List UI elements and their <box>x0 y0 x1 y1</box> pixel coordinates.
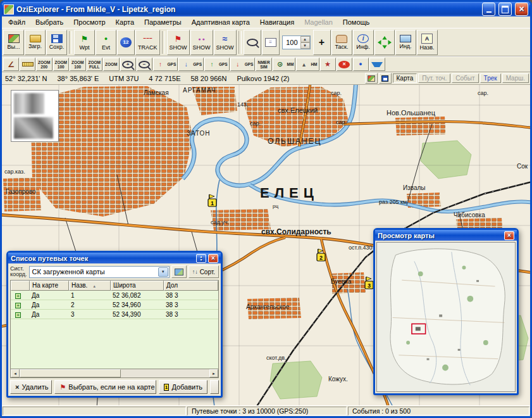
column-header-0[interactable] <box>11 281 30 291</box>
map-label: Буевка <box>331 278 352 285</box>
show-tracks-button[interactable]: SHOW <box>214 30 237 55</box>
gps-send-tracks-button[interactable]: GPS <box>204 58 230 71</box>
magnify-out-button[interactable] <box>137 58 152 71</box>
record-button[interactable] <box>353 58 369 71</box>
menu-navigation[interactable]: Навигация <box>255 17 299 27</box>
event-create-button[interactable]: Evt <box>96 30 116 55</box>
menu-map[interactable]: Карта <box>111 17 139 27</box>
filter-button[interactable] <box>369 58 385 71</box>
clipped-button[interactable] <box>210 380 219 394</box>
show-waypoints-button[interactable]: SHOW <box>167 30 190 55</box>
nmea-simulation-button[interactable]: NMER SIM <box>256 58 271 71</box>
scroll-right-arrow[interactable]: ► <box>209 369 218 377</box>
stop-button[interactable] <box>337 58 352 71</box>
zoom-full-button[interactable]: ZOOM FULL <box>87 58 103 71</box>
nm-mode-button[interactable]: НМ <box>296 58 319 71</box>
magnify-in-button[interactable] <box>120 58 136 71</box>
pan-map-button[interactable] <box>374 30 395 55</box>
map-image-button[interactable] <box>365 73 378 84</box>
horizontal-scrollbar[interactable]: ◄ ► <box>11 369 218 377</box>
row-icon-cell <box>11 311 30 318</box>
tab-track[interactable]: Трек <box>480 73 501 83</box>
maximize-button[interactable] <box>498 3 512 16</box>
zoom-100-button[interactable]: ZOOM 100 <box>53 58 70 71</box>
menu-options[interactable]: Параметры <box>139 17 187 27</box>
waypoint-window-close-button[interactable]: × <box>208 254 218 263</box>
point-count-button[interactable] <box>117 30 135 55</box>
column-header-4[interactable]: Дол <box>164 281 218 291</box>
measure-distance-button[interactable] <box>20 58 35 71</box>
gps-get-waypoints-button[interactable]: GPS <box>178 58 204 71</box>
waypoint-flag-icon <box>79 34 90 44</box>
menu-view[interactable]: Просмотр <box>68 17 110 27</box>
tab-waypoints[interactable]: Пут. точ. <box>418 73 450 83</box>
zoom-window-button[interactable] <box>244 30 261 55</box>
preview-window-close-button[interactable]: × <box>504 231 514 240</box>
menu-file[interactable]: Файл <box>3 17 30 27</box>
picture-icon <box>175 269 183 276</box>
waypoint-window-titlebar[interactable]: Список путевых точек ▲▼ × <box>8 253 221 263</box>
map-preview-window: Просмотр карты × <box>373 228 519 395</box>
scroll-left-arrow[interactable]: ◄ <box>11 369 20 377</box>
zoom-set-button[interactable]: ZOOM <box>103 58 120 71</box>
position-anchor-button[interactable] <box>313 30 331 55</box>
tab-events[interactable]: Событ <box>452 73 478 83</box>
track-control-button[interactable]: TRACK <box>135 30 160 55</box>
scrollbar-track[interactable] <box>121 369 209 377</box>
rollup-button[interactable]: ▲▼ <box>196 254 206 263</box>
coord-system-select[interactable]: СК загруженной карты <box>29 266 170 278</box>
zoom-spinner-down[interactable] <box>300 42 310 49</box>
latitude-readout: 52° 32,231' N <box>5 75 47 82</box>
minimize-button[interactable] <box>482 3 495 16</box>
waypoint-row[interactable]: Да352 34,39038 3 <box>11 310 218 319</box>
map-select-icon <box>8 34 20 43</box>
zoom-spinner-up[interactable] <box>300 36 310 42</box>
waypoint-row[interactable]: Да152 36,08238 3 <box>11 291 218 300</box>
map-picture-button[interactable] <box>171 265 187 278</box>
column-header-1[interactable]: На карте <box>30 281 69 291</box>
close-button[interactable] <box>515 3 528 16</box>
overview-map[interactable] <box>376 242 516 392</box>
save-button[interactable]: Сохр. <box>46 30 67 55</box>
zoom-100-alt-button[interactable]: ZOOM 100 <box>70 58 86 71</box>
name-search-button[interactable]: Назв. <box>417 30 438 55</box>
map-properties-button[interactable] <box>262 30 280 55</box>
compass-button[interactable] <box>320 58 336 71</box>
waypoint-create-button[interactable]: Wpt <box>74 30 95 55</box>
select-if-not-on-map-button[interactable]: ⚑ Выбрать, если не на карте <box>54 380 156 394</box>
show-events-button[interactable]: SHOW <box>190 30 213 55</box>
map-thumbnail[interactable] <box>11 90 59 142</box>
coord-system-row: Сист. коорд. СК загруженной карты ↑↓ Сор… <box>10 265 219 278</box>
load-button[interactable]: Загр. <box>25 30 46 55</box>
indicators-button[interactable]: Инд. <box>395 30 416 55</box>
menu-adaptive-map[interactable]: Адаптивная карта <box>187 17 255 27</box>
tab-route[interactable]: Марш. <box>502 73 529 83</box>
add-button[interactable]: 1 Добавить <box>159 380 207 394</box>
x-icon: × <box>15 383 19 391</box>
delete-button[interactable]: × Удалить <box>10 380 52 394</box>
sort-button[interactable]: ↑↓ Сорт. <box>189 265 219 278</box>
drag-map-button[interactable]: Таск. <box>331 30 352 55</box>
preview-window-titlebar[interactable]: Просмотр карты × <box>375 230 517 241</box>
map-information-button[interactable]: Инф. <box>353 30 374 55</box>
zoom-level-combo[interactable]: 100 <box>282 35 311 49</box>
zoom-200-button[interactable]: ZOOM 200 <box>36 58 53 71</box>
map-label: сар. <box>478 90 488 96</box>
select-map-button[interactable]: Вы... <box>3 30 24 55</box>
column-header-2[interactable]: Назв. <box>69 281 111 291</box>
menu-select[interactable]: Выбрать <box>30 17 68 27</box>
column-header-3[interactable]: Широта <box>111 281 164 291</box>
gps-send-waypoints-button[interactable]: GPS <box>153 58 178 71</box>
funnel-icon <box>371 62 383 67</box>
chevron-down-icon[interactable] <box>158 267 168 277</box>
save-position-button[interactable] <box>379 73 392 84</box>
waypoint-1-icon: 1 <box>164 384 170 391</box>
title-bar[interactable]: OziExplorer - From Mikle_V - Lipetzk_reg… <box>2 2 530 16</box>
gps-get-tracks-button[interactable]: GPS <box>230 58 256 71</box>
measure-angle-button[interactable] <box>3 58 19 71</box>
waypoint-row[interactable]: Да252 34,96038 3 <box>11 300 218 310</box>
menu-help[interactable]: Помощь <box>338 17 375 27</box>
moving-map-button[interactable]: MM <box>273 58 296 71</box>
tab-map[interactable]: Карта <box>393 73 418 83</box>
scrollbar-thumb[interactable] <box>20 369 121 377</box>
